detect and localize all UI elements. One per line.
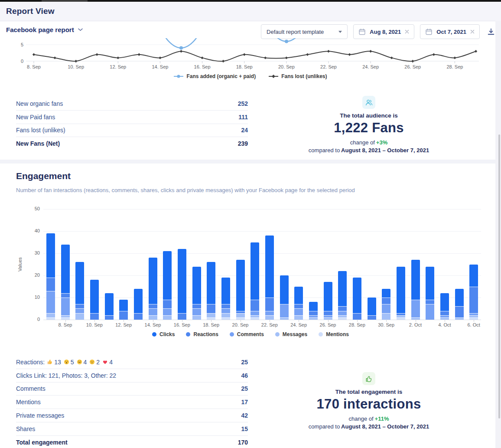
audience-summary: The total audience is 1,222 Fans change … — [299, 96, 439, 154]
stacked-bar — [455, 289, 464, 320]
date-from-picker[interactable]: Aug 8, 2021 — [353, 24, 414, 39]
x-tick-label: 10. Sep — [81, 322, 107, 327]
compare-range: August 8, 2021 – October 7, 2021 — [341, 147, 429, 154]
bar-segment-messages — [149, 315, 157, 320]
svg-text:20. Sep: 20. Sep — [278, 64, 295, 69]
bar-segment-comments — [338, 311, 347, 315]
bar-segment-messages — [75, 313, 84, 320]
engagement-summary: The total engagement is 170 interactions… — [299, 372, 439, 430]
reaction-sad-icon — [89, 359, 95, 365]
bar-segment-reactions — [192, 304, 201, 308]
template-select[interactable]: Default report template — [261, 24, 348, 39]
svg-text:28. Sep: 28. Sep — [446, 64, 463, 69]
reaction-count: 4 — [84, 359, 87, 366]
legend-item[interactable]: Reactions — [186, 331, 218, 337]
reaction-haha-icon — [77, 359, 82, 365]
summary-intro: The total audience is — [340, 112, 398, 119]
stacked-bar — [236, 260, 245, 320]
bar-chart-x-axis: 8. Sep10. Sep12. Sep14. Sep16. Sep18. Se… — [43, 320, 481, 329]
svg-text:10. Sep: 10. Sep — [68, 64, 84, 69]
stacked-bar — [75, 262, 84, 320]
legend-item[interactable]: Fans lost (unlikes) — [269, 73, 327, 79]
bar-segment-messages — [309, 317, 318, 320]
stacked-bar — [338, 271, 347, 320]
legend-label: Comments — [237, 331, 264, 337]
bar-segment-comments — [411, 300, 420, 317]
report-name-label: Facebook page report — [6, 26, 74, 33]
bar-segment-messages — [207, 313, 215, 317]
stacked-bar — [265, 235, 274, 320]
stacked-bar — [207, 262, 215, 320]
stacked-bar — [61, 245, 70, 320]
legend-item[interactable]: Mentions — [319, 331, 349, 337]
bar-segment-comments — [61, 298, 70, 315]
row-value: 25 — [241, 359, 248, 366]
bar-segment-comments — [426, 304, 434, 320]
bar-segment-comments — [280, 304, 289, 317]
stacked-bar — [397, 267, 405, 320]
table-row: Clicks Link: 121, Photos: 3, Other: 2246 — [16, 369, 248, 383]
x-tick-label: 22. Sep — [257, 322, 283, 327]
legend-item[interactable]: Clicks — [152, 331, 175, 337]
clear-date-to-button[interactable] — [470, 29, 475, 34]
table-row: New Fans (Net)239 — [16, 137, 248, 150]
x-tick-label: 4. Oct — [432, 322, 458, 327]
summary-change: change of+11% — [348, 415, 389, 422]
legend-dot — [319, 332, 323, 337]
stacked-bar — [178, 249, 186, 320]
row-value: 46 — [241, 372, 248, 379]
x-tick-label: 14. Sep — [140, 322, 166, 327]
row-value: 239 — [238, 140, 248, 147]
stacked-bar — [353, 278, 361, 320]
bar-segment-mentions — [469, 317, 478, 320]
vertical-scrollbar[interactable] — [498, 134, 500, 419]
bar-segment-reactions — [90, 313, 99, 320]
legend-item[interactable]: Messages — [275, 331, 307, 337]
bar-segment-messages — [440, 317, 449, 320]
fans-line-chart: 508. Sep10. Sep12. Sep14. Sep16. Sep18. … — [0, 38, 501, 73]
stacked-bar — [250, 242, 259, 320]
table-row: Shares15 — [16, 422, 248, 436]
bar-segment-reactions — [134, 313, 143, 320]
bar-segment-clicks — [265, 235, 274, 298]
legend-label: Mentions — [326, 331, 349, 337]
stacked-bar — [382, 289, 390, 320]
bar-segment-reactions — [455, 306, 464, 317]
legend-dot — [152, 332, 156, 337]
stacked-bar — [134, 289, 143, 320]
bar-segment-clicks — [469, 265, 478, 287]
calendar-icon — [425, 28, 433, 36]
clear-date-from-button[interactable] — [405, 29, 409, 34]
table-row: Total engagement170 — [16, 436, 248, 448]
x-tick-label: 6. Oct — [461, 322, 487, 327]
svg-text:18. Sep: 18. Sep — [236, 64, 253, 69]
date-to-picker[interactable]: Oct 7, 2021 — [420, 24, 480, 39]
bar-segment-reactions — [353, 313, 361, 320]
bar-segment-messages — [455, 317, 464, 320]
bar-segment-mentions — [221, 317, 230, 320]
legend-item[interactable]: Comments — [230, 331, 264, 337]
x-tick-label: 16. Sep — [169, 322, 195, 327]
y-tick-label: 20 — [26, 272, 40, 278]
report-name-dropdown[interactable]: Facebook page report — [6, 26, 83, 33]
legend-item[interactable]: Fans added (organic + paid) — [174, 73, 256, 79]
bar-segment-messages — [221, 313, 230, 317]
bar-segment-clicks — [90, 280, 99, 313]
bar-segment-messages — [192, 315, 201, 320]
row-label: New organic fans — [16, 100, 63, 107]
bar-segment-reactions — [294, 304, 303, 308]
x-tick-label: 2. Oct — [403, 322, 429, 327]
x-tick-label: 26. Sep — [315, 322, 341, 327]
legend-label: Reactions — [193, 331, 218, 337]
bar-segment-clicks — [411, 260, 420, 300]
bar-segment-mentions — [236, 317, 245, 320]
y-tick-label: 10 — [26, 294, 40, 300]
table-row: New organic fans252 — [16, 97, 248, 111]
bar-segment-clicks — [368, 298, 376, 315]
reaction-count: 4 — [109, 359, 113, 366]
legend-marker — [269, 74, 278, 78]
summary-change: change of+3% — [350, 139, 388, 146]
stacked-bar — [149, 258, 157, 320]
stacked-bar — [440, 293, 449, 320]
bar-segment-comments — [46, 291, 55, 313]
